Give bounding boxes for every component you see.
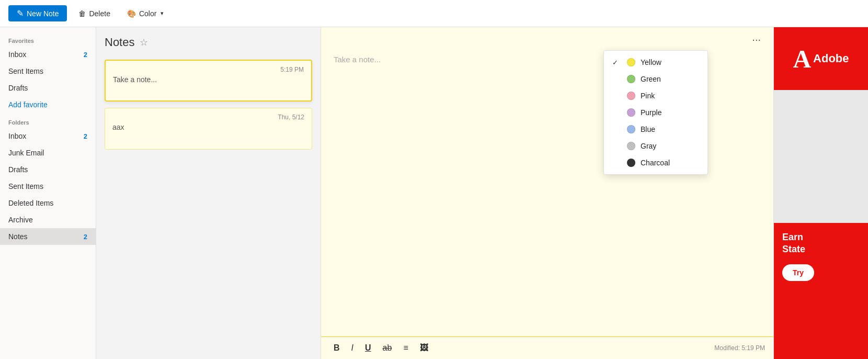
sidebar-item-drafts-fav[interactable]: Drafts	[0, 80, 96, 96]
color-icon: 🎨	[127, 9, 136, 18]
color-option-purple[interactable]: Purple	[604, 104, 707, 121]
pink-label: Pink	[641, 92, 655, 100]
deleted-items-label: Deleted Items	[8, 199, 53, 207]
color-label: Color	[139, 9, 156, 18]
green-label: Green	[641, 75, 661, 83]
note-card-2[interactable]: Thu, 5/12 aax	[105, 108, 312, 150]
notes-badge: 2	[77, 233, 87, 241]
adobe-top-banner: A Adobe	[774, 27, 868, 90]
adobe-earn-state-text: EarnState	[782, 231, 860, 256]
sidebar-item-inbox-fav[interactable]: Inbox 2	[0, 46, 96, 63]
right-edge-panel: A Adobe EarnState Try	[774, 27, 868, 359]
color-option-blue[interactable]: Blue	[604, 121, 707, 138]
new-note-label: New Note	[27, 9, 59, 18]
yellow-check-icon: ✓	[612, 59, 621, 66]
color-option-green[interactable]: Green	[604, 71, 707, 87]
purple-label: Purple	[641, 108, 661, 117]
note-editor: ··· Take a note... B I U ab ≡ 🖼 Modified…	[321, 27, 774, 359]
sent-items-label: Sent Items	[8, 182, 43, 190]
bold-button[interactable]: B	[329, 341, 344, 355]
charcoal-label: Charcoal	[641, 159, 670, 167]
drafts-fav-label: Drafts	[8, 84, 28, 92]
folders-header: Folders	[0, 113, 96, 128]
add-favorite-link[interactable]: Add favorite	[0, 96, 96, 113]
sidebar-item-inbox[interactable]: Inbox 2	[0, 128, 96, 144]
italic-button[interactable]: I	[347, 341, 358, 355]
inbox-fav-label: Inbox	[8, 50, 26, 59]
sidebar-item-sent-items-fav[interactable]: Sent Items	[0, 63, 96, 80]
adobe-bottom-banner: EarnState Try	[774, 223, 868, 359]
blue-label: Blue	[641, 125, 655, 133]
junk-email-label: Junk Email	[8, 149, 44, 157]
modified-label: Modified: 5:19 PM	[714, 344, 765, 352]
notes-panel-title: Notes	[105, 36, 134, 49]
new-note-button[interactable]: ✎ New Note	[8, 5, 67, 21]
toolbar: ✎ New Note 🗑 Delete 🎨 Color ▾	[0, 0, 868, 27]
adobe-try-button[interactable]: Try	[782, 264, 814, 281]
note1-time: 5:19 PM	[113, 66, 304, 73]
notes-panel-header: Notes ☆	[105, 36, 312, 53]
note-placeholder: Take a note...	[334, 55, 381, 64]
new-note-icon: ✎	[17, 8, 24, 18]
note1-preview: Take a note...	[113, 75, 304, 84]
inbox-badge: 2	[77, 132, 87, 140]
blue-dot	[627, 125, 635, 133]
underline-button[interactable]: U	[361, 341, 375, 355]
delete-button[interactable]: 🗑 Delete	[73, 6, 115, 21]
sidebar-item-drafts[interactable]: Drafts	[0, 161, 96, 178]
note2-preview: aax	[112, 123, 304, 131]
notes-label: Notes	[8, 232, 28, 241]
sidebar-item-junk-email[interactable]: Junk Email	[0, 144, 96, 161]
main-area: Favorites Inbox 2 Sent Items Drafts Add …	[0, 27, 868, 359]
sidebar-item-archive[interactable]: Archive	[0, 211, 96, 228]
charcoal-dot	[627, 159, 635, 167]
note2-time: Thu, 5/12	[112, 114, 304, 121]
adobe-brand-text: Adobe	[813, 52, 849, 65]
color-dropdown: ✓ Yellow Green Pink Purple	[603, 50, 708, 175]
gray-dot	[627, 142, 635, 150]
drafts-label: Drafts	[8, 165, 28, 174]
note-card-1[interactable]: 5:19 PM Take a note...	[105, 60, 312, 102]
archive-label: Archive	[8, 216, 33, 224]
sidebar-item-deleted-items[interactable]: Deleted Items	[0, 195, 96, 211]
yellow-label: Yellow	[641, 58, 661, 66]
strikethrough-button[interactable]: ab	[379, 341, 396, 355]
sidebar: Favorites Inbox 2 Sent Items Drafts Add …	[0, 27, 96, 359]
purple-dot	[627, 108, 635, 117]
note-editor-top-bar: ···	[321, 27, 773, 47]
favorites-header: Favorites	[0, 31, 96, 46]
note-editor-toolbar: B I U ab ≡ 🖼 Modified: 5:19 PM	[321, 336, 773, 359]
color-option-yellow[interactable]: ✓ Yellow	[604, 54, 707, 71]
pink-dot	[627, 92, 635, 100]
note-more-button[interactable]: ···	[748, 32, 765, 47]
adobe-logo: A	[793, 44, 811, 73]
green-dot	[627, 75, 635, 83]
color-option-pink[interactable]: Pink	[604, 87, 707, 104]
sidebar-item-notes[interactable]: Notes 2	[0, 228, 96, 245]
chevron-down-icon: ▾	[161, 10, 164, 17]
notes-star-icon[interactable]: ☆	[140, 37, 148, 48]
sidebar-item-sent-items[interactable]: Sent Items	[0, 178, 96, 195]
gray-label: Gray	[641, 142, 656, 150]
inbox-fav-badge: 2	[77, 51, 87, 59]
align-button[interactable]: ≡	[399, 341, 412, 355]
color-option-gray[interactable]: Gray	[604, 138, 707, 154]
color-option-charcoal[interactable]: Charcoal	[604, 154, 707, 171]
color-button[interactable]: 🎨 Color ▾	[122, 6, 169, 21]
inbox-label: Inbox	[8, 132, 26, 140]
delete-icon: 🗑	[78, 9, 86, 18]
sent-items-fav-label: Sent Items	[8, 67, 43, 75]
image-button[interactable]: 🖼	[416, 341, 432, 355]
delete-label: Delete	[89, 9, 110, 18]
notes-panel: Notes ☆ 5:19 PM Take a note... Thu, 5/12…	[96, 27, 321, 359]
yellow-dot	[627, 58, 635, 66]
